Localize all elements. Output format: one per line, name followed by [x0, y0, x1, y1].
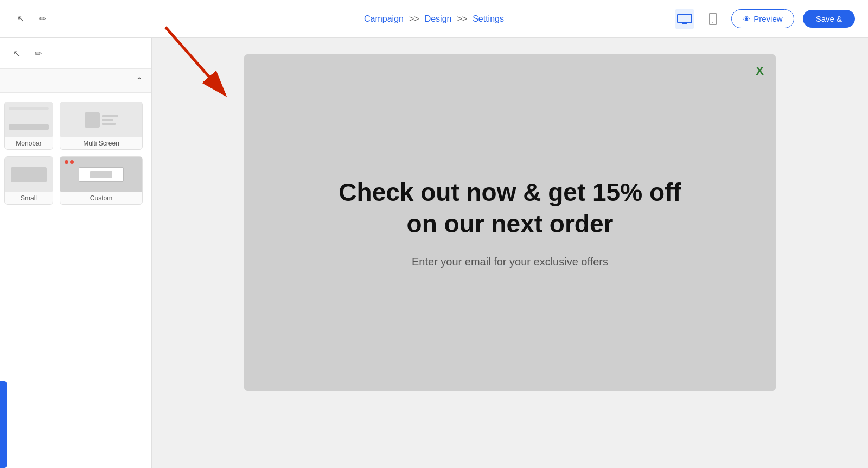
svg-rect-1 [682, 23, 687, 24]
template-card-custom[interactable]: Custom [60, 156, 143, 205]
breadcrumb-campaign[interactable]: Campaign [364, 14, 404, 24]
header: ↖ ✏ Campaign >> Design >> Settings 👁 Pre… [0, 0, 868, 38]
header-left: ↖ ✏ [13, 11, 122, 27]
template-card-multiscreen[interactable]: Multi Screen [60, 102, 143, 150]
cursor-icon[interactable]: ↖ [13, 11, 28, 27]
sidebar-tools: ↖ ✏ [0, 38, 151, 69]
sidebar-collapse-button[interactable]: ⌃ [136, 75, 143, 86]
sidebar-blue-accent [0, 381, 7, 468]
template-card-small[interactable]: Small [4, 156, 53, 205]
header-right: 👁 Preview Save & [675, 9, 855, 29]
sidebar: ↖ ✏ ⌃ Monobar [0, 38, 152, 468]
breadcrumb: Campaign >> Design >> Settings [364, 14, 504, 24]
breadcrumb-design[interactable]: Design [425, 14, 452, 24]
sidebar-section-header: ⌃ [0, 69, 151, 93]
header-tool-icons: ↖ ✏ [13, 11, 50, 27]
preview-button[interactable]: 👁 Preview [731, 9, 794, 28]
preview-eye-icon: 👁 [743, 15, 750, 23]
mobile-view-button[interactable] [703, 9, 723, 29]
custom-label: Custom [60, 192, 142, 204]
monobar-label: Monobar [5, 137, 53, 149]
save-button[interactable]: Save & [803, 10, 855, 28]
small-label: Small [5, 192, 53, 204]
popup-preview: X Check out now & get 15% off on our nex… [244, 54, 776, 391]
svg-rect-2 [681, 24, 688, 24]
svg-point-4 [712, 22, 713, 23]
breadcrumb-settings[interactable]: Settings [473, 14, 504, 24]
breadcrumb-sep-1: >> [409, 14, 419, 24]
sidebar-edit-icon[interactable]: ✏ [30, 46, 46, 61]
popup-headline: Check out now & get 15% off on our next … [320, 177, 700, 239]
popup-close-button[interactable]: X [756, 64, 764, 78]
popup-subtext: Enter your email for your exclusive offe… [412, 256, 608, 268]
sidebar-cursor-icon[interactable]: ↖ [9, 46, 24, 61]
desktop-view-button[interactable] [675, 9, 694, 29]
edit-icon[interactable]: ✏ [35, 11, 50, 27]
chevron-up-icon: ⌃ [136, 76, 143, 85]
multiscreen-label: Multi Screen [60, 137, 142, 149]
preview-label: Preview [754, 14, 782, 23]
main-content: X Check out now & get 15% off on our nex… [152, 38, 868, 468]
svg-rect-0 [678, 14, 692, 23]
breadcrumb-sep-2: >> [457, 14, 467, 24]
template-card-monobar[interactable]: Monobar [4, 102, 53, 150]
